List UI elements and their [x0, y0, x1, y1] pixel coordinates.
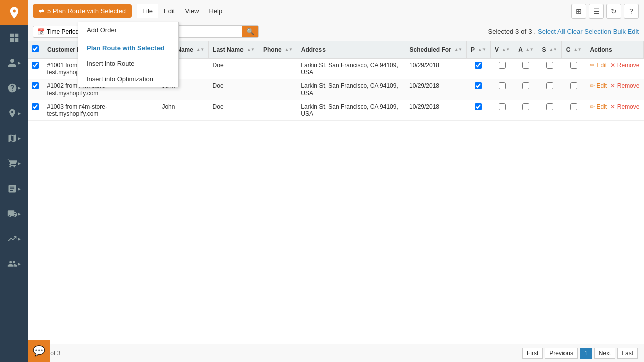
sidebar-item-reports[interactable]: ▶ — [0, 226, 28, 251]
row-s-checkbox-1[interactable] — [546, 82, 553, 89]
route-icon: ⇌ — [39, 7, 44, 15]
remove-button-0[interactable]: ✕ Remove — [610, 62, 639, 69]
row-c-checkbox-2[interactable] — [570, 103, 577, 110]
edit-button-0[interactable]: ✏ Edit — [590, 62, 607, 69]
row-p-cell — [467, 79, 491, 100]
select-all-link[interactable]: Select All — [538, 28, 565, 35]
row-c-checkbox-0[interactable] — [570, 62, 577, 69]
row-checkbox-cell — [28, 58, 43, 79]
row-v-checkbox-2[interactable] — [499, 103, 506, 110]
next-page-btn[interactable]: Next — [594, 348, 616, 359]
menu-file[interactable]: File — [137, 4, 158, 18]
header-c: C ▲▼ — [561, 41, 586, 58]
dropdown-insert-optimization[interactable]: Insert into Optimization — [78, 71, 178, 87]
sort-arrows-v[interactable]: ▲▼ — [502, 48, 510, 52]
sidebar-item-users[interactable]: ▶ — [0, 50, 28, 75]
sort-arrows-c[interactable]: ▲▼ — [574, 48, 582, 52]
menu-help[interactable]: Help — [204, 4, 227, 18]
row-s-checkbox-0[interactable] — [546, 62, 553, 69]
sort-arrows-last[interactable]: ▲▼ — [247, 48, 255, 52]
edit-button-2[interactable]: ✏ Edit — [590, 103, 607, 110]
row-s-checkbox-2[interactable] — [546, 103, 553, 110]
search-button[interactable]: 🔍 — [242, 26, 258, 37]
header-v: V ▲▼ — [490, 41, 514, 58]
plan-route-button[interactable]: ⇌ 5 Plan Route with Selected — [33, 4, 132, 18]
row-address: Larkin St, San Francisco, CA 94109, USA — [297, 79, 405, 100]
row-actions: ✏ Edit ✕ Remove — [586, 79, 643, 100]
row-phone — [259, 79, 297, 100]
selected-total: 3 — [528, 28, 532, 35]
sort-arrows-a[interactable]: ▲▼ — [526, 48, 534, 52]
row-p-checkbox-1[interactable] — [475, 82, 482, 89]
last-page-btn[interactable]: Last — [617, 348, 638, 359]
remove-button-1[interactable]: ✕ Remove — [610, 82, 639, 89]
chat-bubble[interactable]: 💬 — [28, 340, 50, 362]
remove-button-2[interactable]: ✕ Remove — [610, 103, 639, 110]
dropdown-plan-route[interactable]: Plan Route with Selected — [78, 40, 178, 56]
topbar-right: ⊞ ☰ ↻ ? — [571, 4, 639, 19]
bottom-bar: 1 to 3 of 3 First Previous 1 Next Last — [28, 344, 644, 362]
menu-view[interactable]: View — [180, 4, 204, 18]
row-v-checkbox-0[interactable] — [499, 62, 506, 69]
row-checkbox-0[interactable] — [32, 62, 39, 69]
first-page-btn[interactable]: First — [522, 348, 543, 359]
sidebar-item-routes[interactable]: ▶ — [0, 126, 28, 151]
header-s: S ▲▼ — [538, 41, 561, 58]
row-a-checkbox-0[interactable] — [522, 62, 529, 69]
sort-arrows-first[interactable]: ▲▼ — [196, 48, 204, 52]
row-last-name: Doe — [209, 100, 259, 121]
sort-arrows-s[interactable]: ▲▼ — [549, 48, 557, 52]
bulk-edit-link[interactable]: Bulk Edit — [613, 28, 639, 35]
row-s-cell — [538, 58, 561, 79]
row-a-checkbox-1[interactable] — [522, 82, 529, 89]
grid-view-btn[interactable]: ⊞ — [571, 4, 586, 19]
sidebar-item-orders[interactable]: ▶ — [0, 151, 28, 176]
header-phone: Phone ▲▼ — [259, 41, 297, 58]
list-view-btn[interactable]: ☰ — [589, 4, 604, 19]
row-a-checkbox-2[interactable] — [522, 103, 529, 110]
page-1-btn[interactable]: 1 — [580, 348, 592, 359]
dropdown-insert-route[interactable]: Insert into Route — [78, 56, 178, 71]
row-checkbox-1[interactable] — [32, 82, 39, 89]
row-c-cell — [561, 79, 586, 100]
sort-arrows-phone[interactable]: ▲▼ — [285, 48, 293, 52]
row-scheduled: 10/29/2018 — [405, 58, 467, 79]
pagination-controls: First Previous 1 Next Last — [522, 348, 638, 359]
refresh-btn[interactable]: ↻ — [606, 4, 621, 19]
row-v-checkbox-1[interactable] — [499, 82, 506, 89]
edit-button-1[interactable]: ✏ Edit — [590, 82, 607, 89]
sidebar-item-location[interactable]: ▶ — [0, 101, 28, 126]
main-content: ⇌ 5 Plan Route with Selected File Edit V… — [28, 0, 644, 362]
sidebar-item-help[interactable]: ▶ — [0, 75, 28, 101]
row-p-cell — [467, 100, 491, 121]
row-scheduled: 10/29/2018 — [405, 79, 467, 100]
help-btn[interactable]: ? — [624, 4, 639, 19]
sort-arrows-p[interactable]: ▲▼ — [478, 48, 486, 52]
app-logo[interactable] — [0, 0, 28, 25]
sort-arrows-scheduled[interactable]: ▲▼ — [454, 48, 462, 52]
prev-page-btn[interactable]: Previous — [545, 348, 578, 359]
sidebar-item-dashboard[interactable] — [0, 25, 28, 50]
row-actions: ✏ Edit ✕ Remove — [586, 100, 643, 121]
selected-count: 3 — [515, 28, 519, 35]
row-a-cell — [514, 58, 538, 79]
toolbar-right: Selected 3 of 3. Select All Clear Select… — [488, 28, 639, 35]
row-checkbox-2[interactable] — [32, 103, 39, 110]
row-p-checkbox-0[interactable] — [475, 62, 482, 69]
row-p-checkbox-2[interactable] — [475, 103, 482, 110]
dropdown-divider — [78, 39, 178, 39]
sidebar-item-fleet[interactable]: ▶ — [0, 201, 28, 226]
select-all-checkbox[interactable] — [32, 45, 39, 52]
row-checkbox-cell — [28, 100, 43, 121]
row-c-checkbox-1[interactable] — [570, 82, 577, 89]
row-v-cell — [490, 79, 514, 100]
sidebar-item-team[interactable]: ▶ — [0, 251, 28, 277]
row-actions: ✏ Edit ✕ Remove — [586, 58, 643, 79]
row-s-cell — [538, 79, 561, 100]
dropdown-add-order[interactable]: Add Order — [78, 22, 178, 38]
clear-selection-link[interactable]: Clear Selection — [567, 28, 611, 35]
menu-edit[interactable]: Edit — [158, 4, 180, 18]
sidebar: ▶ ▶ ▶ ▶ ▶ ▶ ▶ ▶ ▶ — [0, 0, 28, 362]
sidebar-item-analytics[interactable]: ▶ — [0, 176, 28, 201]
row-last-name: Doe — [209, 58, 259, 79]
